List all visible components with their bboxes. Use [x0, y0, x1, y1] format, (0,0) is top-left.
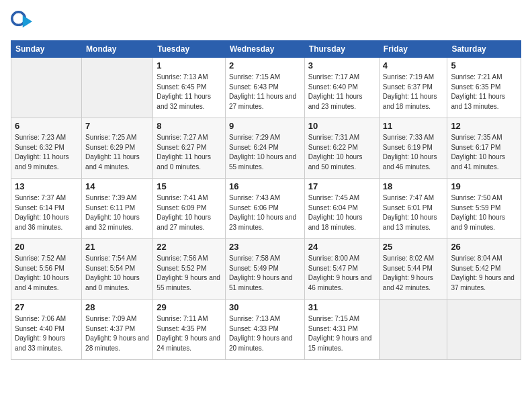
calendar-cell: 27 Sunrise: 7:06 AMSunset: 4:40 PMDaylig…: [11, 300, 82, 360]
day-number: 16: [229, 181, 301, 191]
day-info: Sunrise: 7:43 AMSunset: 6:06 PMDaylight:…: [229, 193, 301, 232]
calendar-cell: 12 Sunrise: 7:35 AMSunset: 6:17 PMDaylig…: [447, 118, 521, 179]
calendar-cell: 9 Sunrise: 7:29 AMSunset: 6:24 PMDayligh…: [225, 118, 304, 179]
weekday-header-wednesday: Wednesday: [225, 41, 304, 58]
calendar-cell: 3 Sunrise: 7:17 AMSunset: 6:40 PMDayligh…: [304, 58, 379, 118]
calendar-table: SundayMondayTuesdayWednesdayThursdayFrid…: [11, 40, 521, 360]
calendar-cell: 30 Sunrise: 7:13 AMSunset: 4:33 PMDaylig…: [225, 300, 304, 360]
calendar-cell: 21 Sunrise: 7:54 AMSunset: 5:54 PMDaylig…: [82, 239, 153, 300]
calendar-cell: 22 Sunrise: 7:56 AMSunset: 5:52 PMDaylig…: [153, 239, 226, 300]
day-info: Sunrise: 7:52 AMSunset: 5:56 PMDaylight:…: [15, 254, 78, 293]
calendar-cell: 25 Sunrise: 8:02 AMSunset: 5:44 PMDaylig…: [379, 239, 447, 300]
calendar-cell: 5 Sunrise: 7:21 AMSunset: 6:35 PMDayligh…: [447, 58, 521, 118]
calendar-week-row: 13 Sunrise: 7:37 AMSunset: 6:14 PMDaylig…: [11, 179, 521, 239]
day-number: 8: [157, 121, 222, 131]
day-info: Sunrise: 8:00 AMSunset: 5:47 PMDaylight:…: [308, 254, 375, 293]
weekday-header-tuesday: Tuesday: [153, 41, 226, 58]
calendar-cell: 17 Sunrise: 7:45 AMSunset: 6:04 PMDaylig…: [304, 179, 379, 239]
calendar-cell: 4 Sunrise: 7:19 AMSunset: 6:37 PMDayligh…: [379, 58, 447, 118]
day-number: 1: [157, 60, 222, 71]
calendar-cell: 13 Sunrise: 7:37 AMSunset: 6:14 PMDaylig…: [11, 179, 82, 239]
day-number: 24: [308, 242, 375, 252]
calendar-cell: 11 Sunrise: 7:33 AMSunset: 6:19 PMDaylig…: [379, 118, 447, 179]
weekday-header-saturday: Saturday: [447, 41, 521, 58]
day-info: Sunrise: 7:15 AMSunset: 6:43 PMDaylight:…: [229, 73, 301, 111]
day-info: Sunrise: 7:13 AMSunset: 6:45 PMDaylight:…: [157, 73, 222, 111]
day-number: 10: [308, 121, 375, 131]
day-number: 7: [85, 121, 149, 131]
calendar-cell: 18 Sunrise: 7:47 AMSunset: 6:01 PMDaylig…: [379, 179, 447, 239]
day-info: Sunrise: 7:39 AMSunset: 6:11 PMDaylight:…: [85, 193, 149, 232]
day-number: 14: [85, 181, 149, 191]
day-info: Sunrise: 7:47 AMSunset: 6:01 PMDaylight:…: [383, 193, 444, 232]
calendar-cell: [379, 300, 447, 360]
calendar-cell: 16 Sunrise: 7:43 AMSunset: 6:06 PMDaylig…: [225, 179, 304, 239]
calendar-cell: 1 Sunrise: 7:13 AMSunset: 6:45 PMDayligh…: [153, 58, 226, 118]
day-info: Sunrise: 7:50 AMSunset: 5:59 PMDaylight:…: [451, 193, 517, 232]
calendar-cell: 6 Sunrise: 7:23 AMSunset: 6:32 PMDayligh…: [11, 118, 82, 179]
calendar-cell: 14 Sunrise: 7:39 AMSunset: 6:11 PMDaylig…: [82, 179, 153, 239]
day-number: 17: [308, 181, 375, 191]
day-number: 2: [229, 60, 301, 71]
calendar-cell: 26 Sunrise: 8:04 AMSunset: 5:42 PMDaylig…: [447, 239, 521, 300]
calendar-cell: 10 Sunrise: 7:31 AMSunset: 6:22 PMDaylig…: [304, 118, 379, 179]
calendar-cell: 23 Sunrise: 7:58 AMSunset: 5:49 PMDaylig…: [225, 239, 304, 300]
logo-icon: [11, 11, 32, 32]
day-info: Sunrise: 7:27 AMSunset: 6:27 PMDaylight:…: [157, 133, 222, 172]
day-number: 5: [451, 60, 517, 71]
calendar-cell: 19 Sunrise: 7:50 AMSunset: 5:59 PMDaylig…: [447, 179, 521, 239]
day-info: Sunrise: 7:33 AMSunset: 6:19 PMDaylight:…: [383, 133, 444, 172]
calendar-cell: 29 Sunrise: 7:11 AMSunset: 4:35 PMDaylig…: [153, 300, 226, 360]
calendar-cell: 7 Sunrise: 7:25 AMSunset: 6:29 PMDayligh…: [82, 118, 153, 179]
day-number: 30: [229, 302, 301, 312]
day-number: 6: [15, 121, 78, 131]
calendar-cell: 24 Sunrise: 8:00 AMSunset: 5:47 PMDaylig…: [304, 239, 379, 300]
day-number: 18: [383, 181, 444, 191]
day-number: 22: [157, 242, 222, 252]
day-info: Sunrise: 7:58 AMSunset: 5:49 PMDaylight:…: [229, 254, 301, 293]
day-info: Sunrise: 7:19 AMSunset: 6:37 PMDaylight:…: [383, 73, 444, 111]
day-number: 26: [451, 242, 517, 252]
calendar-cell: 8 Sunrise: 7:27 AMSunset: 6:27 PMDayligh…: [153, 118, 226, 179]
day-number: 11: [383, 121, 444, 131]
day-number: 28: [85, 302, 149, 312]
calendar-cell: [11, 58, 82, 118]
day-number: 23: [229, 242, 301, 252]
calendar-cell: 15 Sunrise: 7:41 AMSunset: 6:09 PMDaylig…: [153, 179, 226, 239]
calendar-cell: [447, 300, 521, 360]
calendar-week-row: 27 Sunrise: 7:06 AMSunset: 4:40 PMDaylig…: [11, 300, 521, 360]
calendar-week-row: 6 Sunrise: 7:23 AMSunset: 6:32 PMDayligh…: [11, 118, 521, 179]
day-info: Sunrise: 7:29 AMSunset: 6:24 PMDaylight:…: [229, 133, 301, 172]
calendar-cell: 28 Sunrise: 7:09 AMSunset: 4:37 PMDaylig…: [82, 300, 153, 360]
day-info: Sunrise: 7:54 AMSunset: 5:54 PMDaylight:…: [85, 254, 149, 293]
day-number: 9: [229, 121, 301, 131]
day-info: Sunrise: 7:09 AMSunset: 4:37 PMDaylight:…: [85, 314, 149, 353]
day-info: Sunrise: 7:25 AMSunset: 6:29 PMDaylight:…: [85, 133, 149, 172]
day-info: Sunrise: 8:02 AMSunset: 5:44 PMDaylight:…: [383, 254, 444, 293]
day-number: 20: [15, 242, 78, 252]
svg-marker-1: [23, 15, 32, 28]
day-number: 12: [451, 121, 517, 131]
day-number: 4: [383, 60, 444, 71]
day-number: 19: [451, 181, 517, 191]
weekday-header-monday: Monday: [82, 41, 153, 58]
day-info: Sunrise: 7:31 AMSunset: 6:22 PMDaylight:…: [308, 133, 375, 172]
weekday-header-sunday: Sunday: [11, 41, 82, 58]
weekday-header-thursday: Thursday: [304, 41, 379, 58]
logo: [11, 11, 35, 32]
calendar-week-row: 20 Sunrise: 7:52 AMSunset: 5:56 PMDaylig…: [11, 239, 521, 300]
day-info: Sunrise: 7:41 AMSunset: 6:09 PMDaylight:…: [157, 193, 222, 232]
day-info: Sunrise: 7:23 AMSunset: 6:32 PMDaylight:…: [15, 133, 78, 172]
day-number: 21: [85, 242, 149, 252]
calendar-week-row: 1 Sunrise: 7:13 AMSunset: 6:45 PMDayligh…: [11, 58, 521, 118]
calendar-cell: 31 Sunrise: 7:15 AMSunset: 4:31 PMDaylig…: [304, 300, 379, 360]
day-number: 3: [308, 60, 375, 71]
day-info: Sunrise: 7:11 AMSunset: 4:35 PMDaylight:…: [157, 314, 222, 353]
calendar-cell: [82, 58, 153, 118]
weekday-header-row: SundayMondayTuesdayWednesdayThursdayFrid…: [11, 41, 521, 58]
day-info: Sunrise: 7:13 AMSunset: 4:33 PMDaylight:…: [229, 314, 301, 353]
day-info: Sunrise: 7:56 AMSunset: 5:52 PMDaylight:…: [157, 254, 222, 293]
day-info: Sunrise: 7:17 AMSunset: 6:40 PMDaylight:…: [308, 73, 375, 111]
day-number: 15: [157, 181, 222, 191]
day-info: Sunrise: 7:37 AMSunset: 6:14 PMDaylight:…: [15, 193, 78, 232]
